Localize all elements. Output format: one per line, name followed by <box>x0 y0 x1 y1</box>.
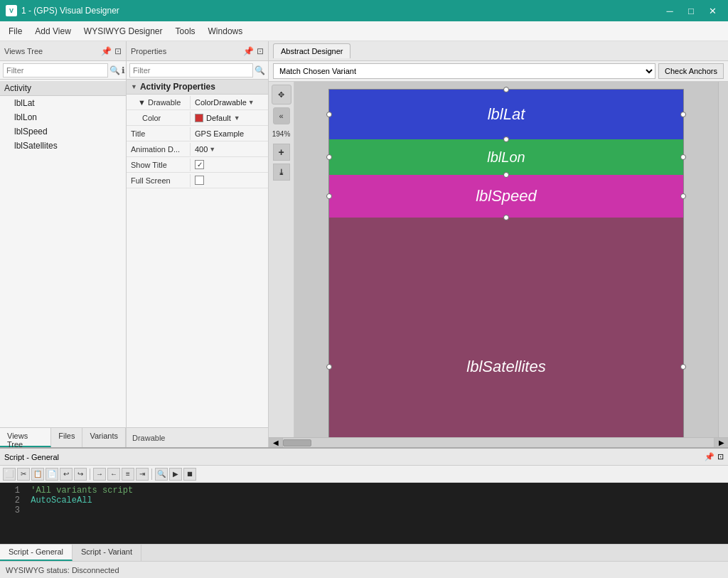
props-float-icon[interactable]: ⊡ <box>257 46 264 56</box>
lbllat-label: lblLat <box>488 105 525 124</box>
prop-label-title: Title <box>127 127 191 140</box>
canvas-right-scrollbar[interactable] <box>718 82 728 437</box>
script-tool-redo[interactable]: ↪ <box>74 468 87 481</box>
script-tool-undo[interactable]: ↩ <box>60 468 73 481</box>
anchor-lblsatellites-right <box>680 364 686 370</box>
script-tool-cut[interactable]: ✂ <box>17 468 30 481</box>
prop-row-full-screen: Full Screen <box>127 173 268 188</box>
anchor-lbllon-right <box>680 154 686 160</box>
script-tool-indent[interactable]: → <box>93 468 106 481</box>
menu-file[interactable]: File <box>3 23 28 39</box>
float-icon[interactable]: ⊡ <box>114 46 122 56</box>
widget-lblspeed[interactable]: lblSpeed <box>329 175 683 218</box>
variant-dropdown[interactable]: Match Chosen Variant <box>273 63 655 79</box>
tab-variants[interactable]: Variants <box>82 428 126 447</box>
widget-lbllon[interactable]: lblLon <box>329 139 683 175</box>
script-tab-general[interactable]: Script - General <box>0 545 73 561</box>
designer-left-controls: ✥ « 194% + ⤓ <box>269 82 294 437</box>
canvas-bottom-scrollbar[interactable]: ◀ ▶ <box>269 437 728 447</box>
script-float-icon[interactable]: ⊡ <box>717 452 724 461</box>
drawable-expand-icon: ▼ <box>138 98 146 107</box>
close-button[interactable]: ✕ <box>702 3 722 18</box>
prop-row-animation: Animation D... 400 ▼ <box>127 141 268 157</box>
anchor-lbllat-top <box>503 87 509 92</box>
lbllon-label: lblLon <box>487 149 525 166</box>
main-layout: Views Tree 📌 ⊡ 🔍 ℹ Activity lblLat lblLo… <box>0 41 728 561</box>
properties-search-icon[interactable]: 🔍 <box>255 65 265 75</box>
designer-controls: Match Chosen Variant Check Anchors <box>269 61 728 82</box>
anchor-lbllon-top <box>503 137 509 142</box>
properties-search-input[interactable] <box>129 63 253 77</box>
prop-value-animation[interactable]: 400 ▼ <box>191 143 268 156</box>
script-line-3: 3 <box>6 505 722 515</box>
show-title-checkbox[interactable] <box>195 160 204 169</box>
nav-cross-control[interactable]: ✥ <box>272 85 291 105</box>
script-tool-align[interactable]: ≡ <box>122 468 134 481</box>
script-content[interactable]: 1 'All variants script 2 AutoScaleAll 3 <box>0 483 728 544</box>
script-tool-stop[interactable]: ⏹ <box>183 468 196 481</box>
tree-group-activity[interactable]: Activity <box>0 81 126 96</box>
prop-value-title[interactable]: GPS Example <box>191 127 268 140</box>
script-tool-copy[interactable]: 📋 <box>31 468 44 481</box>
prop-row-title: Title GPS Example <box>127 126 268 141</box>
script-header: Script - General 📌 ⊡ <box>0 449 728 466</box>
line-num-2: 2 <box>6 496 20 505</box>
full-screen-checkbox[interactable] <box>195 176 204 185</box>
line-num-1: 1 <box>6 486 20 496</box>
script-tabs: Script - General Script - Variant <box>0 544 728 561</box>
menu-tools[interactable]: Tools <box>170 23 201 39</box>
prop-label-drawable: ▼ Drawable <box>127 96 191 109</box>
properties-header: Properties 📌 ⊡ <box>127 41 268 61</box>
zoom-in-button[interactable]: + <box>273 144 290 161</box>
dropdown-arrow-icon[interactable]: ▼ <box>248 99 255 106</box>
designer-toolbar: Abstract Designer <box>269 41 728 61</box>
menu-bar: File Add View WYSIWYG Designer Tools Win… <box>0 21 728 41</box>
minimize-button[interactable]: ─ <box>660 3 680 18</box>
color-dropdown-arrow-icon[interactable]: ▼ <box>234 114 240 122</box>
lblspeed-label: lblSpeed <box>476 187 537 205</box>
scrollbar-thumb[interactable] <box>283 439 311 446</box>
collapse-arrow-icon[interactable]: ▼ <box>131 83 137 90</box>
abstract-designer-tab[interactable]: Abstract Designer <box>273 43 350 58</box>
script-tool-1[interactable]: ⬜ <box>3 468 16 481</box>
tab-files[interactable]: Files <box>51 428 82 447</box>
script-tool-search[interactable]: 🔍 <box>155 468 168 481</box>
tree-item-lbllat[interactable]: lblLat <box>0 96 126 110</box>
views-tree-search-input[interactable] <box>3 63 108 77</box>
tab-views-tree[interactable]: Views Tree <box>0 428 51 447</box>
script-tool-play[interactable]: ▶ <box>169 468 182 481</box>
views-tree-header: Views Tree 📌 ⊡ <box>0 41 126 61</box>
nav-back-button[interactable]: « <box>273 107 290 124</box>
script-tool-outdent[interactable]: ← <box>107 468 120 481</box>
widget-lblsatellites[interactable]: lblSatellites <box>329 218 683 437</box>
script-tool-paste[interactable]: 📄 <box>46 468 58 481</box>
script-line-2: 2 AutoScaleAll <box>6 496 722 505</box>
prop-value-color[interactable]: Default ▼ <box>191 112 268 124</box>
menu-windows[interactable]: Windows <box>203 23 249 39</box>
zoom-export-button[interactable]: ⤓ <box>273 164 290 181</box>
canvas-scroll[interactable]: lblLat lblLon <box>294 82 718 437</box>
menu-add-view[interactable]: Add View <box>29 23 76 39</box>
tree-item-lbllon[interactable]: lblLon <box>0 110 126 124</box>
tree-item-lblsatellites[interactable]: lblSatellites <box>0 139 126 153</box>
maximize-button[interactable]: □ <box>681 3 701 18</box>
anchor-lbllat-left <box>326 112 332 117</box>
script-tool-5[interactable]: ⇥ <box>136 468 149 481</box>
props-pin-icon[interactable]: 📌 <box>243 46 254 56</box>
line-text-2: AutoScaleAll <box>31 496 92 505</box>
script-tab-variant[interactable]: Script - Variant <box>73 545 141 561</box>
views-tree-search-icon[interactable]: 🔍 <box>109 65 120 75</box>
script-pin-icon[interactable]: 📌 <box>705 452 714 461</box>
views-tree-info-icon[interactable]: ℹ <box>122 65 125 75</box>
scroll-right-btn[interactable]: ▶ <box>714 438 728 448</box>
scroll-left-btn[interactable]: ◀ <box>269 438 283 448</box>
pin-icon[interactable]: 📌 <box>101 46 112 56</box>
anchor-lblspeed-top <box>503 172 509 178</box>
anchor-lbllat-right <box>680 112 686 117</box>
menu-wysiwyg[interactable]: WYSIWYG Designer <box>78 23 168 39</box>
check-anchors-button[interactable]: Check Anchors <box>658 63 724 79</box>
tree-item-lblspeed[interactable]: lblSpeed <box>0 124 126 139</box>
anim-dropdown-arrow-icon[interactable]: ▼ <box>209 146 215 153</box>
prop-value-drawable[interactable]: ColorDrawable ▼ <box>191 96 268 109</box>
widget-lbllat[interactable]: lblLat <box>329 90 683 139</box>
